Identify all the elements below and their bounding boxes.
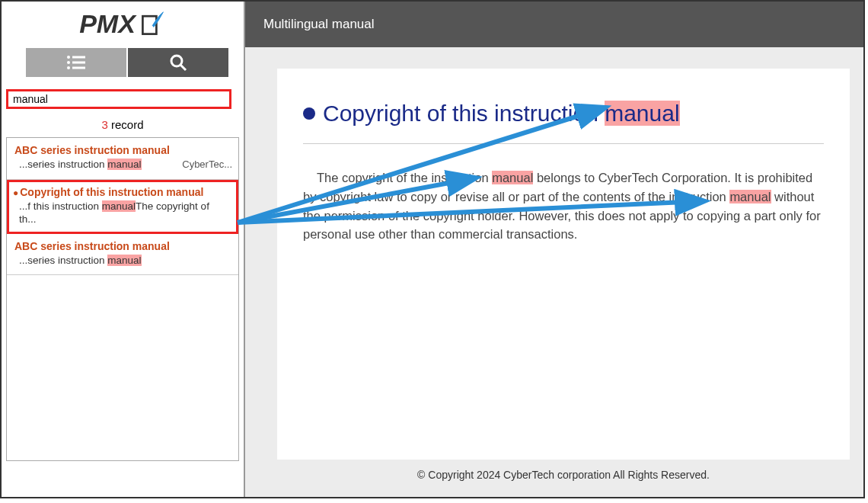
svg-rect-6 bbox=[72, 67, 85, 69]
svg-point-3 bbox=[67, 61, 70, 64]
highlight: manual bbox=[107, 255, 141, 266]
result-item[interactable]: ABC series instruction manual ...series … bbox=[7, 234, 238, 276]
footer: © Copyright 2024 CyberTech corporation A… bbox=[277, 460, 850, 490]
highlight: manual bbox=[729, 190, 771, 203]
logo-area: PMX bbox=[2, 2, 244, 43]
record-count-number: 3 bbox=[101, 118, 107, 131]
list-icon bbox=[65, 54, 87, 71]
sidebar: PMX 3 record bbox=[2, 2, 245, 497]
highlight: manual bbox=[492, 171, 533, 184]
search-icon bbox=[168, 53, 188, 72]
search-input[interactable] bbox=[6, 89, 231, 109]
highlight: manual bbox=[107, 159, 141, 170]
result-item[interactable]: ●Copyright of this instruction manual ..… bbox=[7, 180, 238, 234]
svg-rect-2 bbox=[72, 56, 85, 59]
highlight: manual bbox=[605, 101, 679, 126]
logo-text: PMX bbox=[79, 9, 136, 39]
logo: PMX bbox=[79, 9, 166, 39]
record-count-label: record bbox=[108, 118, 144, 131]
result-meta: CyberTec... bbox=[182, 159, 232, 170]
content-wrap: Copyright of this instruction manual The… bbox=[245, 47, 863, 497]
result-title: ●Copyright of this instruction manual bbox=[13, 186, 232, 198]
heading-dot-icon bbox=[303, 107, 315, 120]
result-snippet: ...series instruction manual CyberTec... bbox=[19, 158, 232, 171]
svg-point-7 bbox=[171, 56, 182, 66]
result-title: ABC series instruction manual bbox=[13, 144, 232, 156]
svg-rect-4 bbox=[72, 62, 85, 64]
main-panel: Multilingual manual Copyright of this in… bbox=[245, 2, 863, 497]
document-heading: Copyright of this instruction manual bbox=[303, 101, 824, 144]
highlight: manual bbox=[102, 200, 136, 212]
svg-point-5 bbox=[67, 66, 70, 69]
tab-list-button[interactable] bbox=[26, 48, 126, 77]
search-results: ABC series instruction manual ...series … bbox=[6, 137, 239, 461]
tab-search-button[interactable] bbox=[128, 48, 228, 77]
header-bar: Multilingual manual bbox=[245, 2, 863, 47]
svg-point-1 bbox=[67, 56, 70, 59]
header-title: Multilingual manual bbox=[263, 17, 375, 32]
search-box-wrap bbox=[2, 82, 244, 114]
document-body: The copyright of the instruction manual … bbox=[303, 168, 824, 244]
result-snippet: ...f this instruction manualThe copyrigh… bbox=[19, 200, 232, 226]
result-snippet: ...series instruction manual bbox=[19, 254, 232, 268]
copyright-text: © Copyright 2024 CyberTech corporation A… bbox=[417, 469, 710, 481]
bullet-icon: ● bbox=[13, 187, 18, 198]
feather-document-icon bbox=[139, 11, 166, 38]
result-item[interactable]: ABC series instruction manual ...series … bbox=[7, 138, 238, 180]
content-card[interactable]: Copyright of this instruction manual The… bbox=[277, 69, 850, 460]
app-root: PMX 3 record bbox=[0, 0, 865, 498]
result-title: ABC series instruction manual bbox=[13, 240, 232, 252]
svg-line-8 bbox=[180, 65, 186, 70]
record-count: 3 record bbox=[2, 114, 244, 137]
sidebar-tabs bbox=[2, 43, 244, 82]
